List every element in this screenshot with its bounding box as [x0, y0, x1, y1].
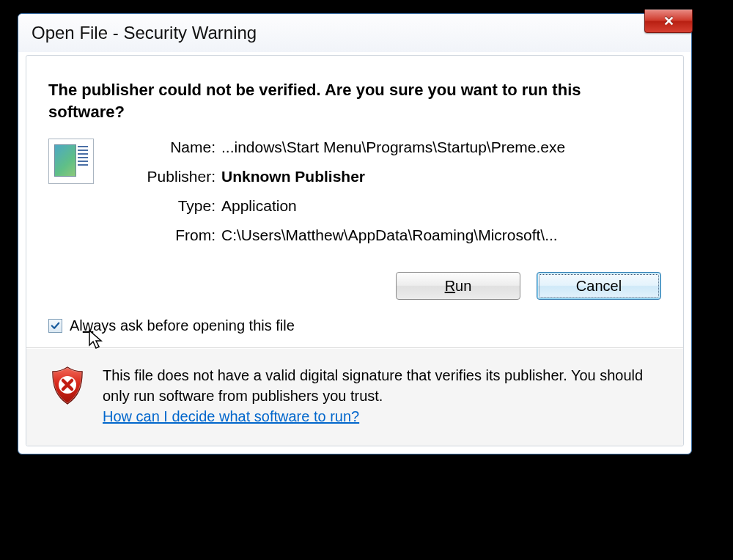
button-row: Run Cancel: [48, 272, 661, 300]
warning-heading: The publisher could not be verified. Are…: [48, 79, 661, 122]
shield-icon: [48, 365, 86, 406]
footer-area: This file does not have a valid digital …: [26, 349, 683, 446]
file-info: Name: ...indows\Start Menu\Programs\Star…: [48, 139, 661, 244]
window-title: Open File - Security Warning: [32, 23, 257, 43]
from-label: From:: [113, 226, 216, 244]
name-label: Name:: [113, 139, 216, 156]
dialog-content: The publisher could not be verified. Are…: [26, 55, 684, 446]
help-link[interactable]: How can I decide what software to run?: [103, 408, 359, 424]
cancel-button[interactable]: Cancel: [537, 272, 661, 300]
publisher-value: Unknown Publisher: [221, 168, 661, 185]
checkmark-icon: [50, 320, 61, 331]
name-value: ...indows\Start Menu\Programs\Startup\Pr…: [221, 139, 661, 156]
run-button[interactable]: Run: [396, 272, 520, 300]
footer-text: This file does not have a valid digital …: [103, 365, 661, 427]
type-label: Type:: [113, 197, 216, 215]
type-value: Application: [221, 197, 661, 215]
footer-message: This file does not have a valid digital …: [103, 367, 643, 404]
always-ask-label[interactable]: Always ask before opening this file: [70, 317, 295, 334]
file-icon: [48, 139, 94, 184]
from-value: C:\Users\Matthew\AppData\Roaming\Microso…: [221, 226, 661, 244]
always-ask-checkbox[interactable]: [48, 319, 62, 333]
always-ask-row: Always ask before opening this file: [26, 317, 683, 347]
publisher-label: Publisher:: [113, 168, 216, 185]
titlebar: Open File - Security Warning ✕: [18, 14, 691, 52]
main-area: The publisher could not be verified. Are…: [26, 56, 683, 317]
security-warning-dialog: Open File - Security Warning ✕ The publi…: [18, 13, 692, 454]
close-icon: ✕: [663, 13, 674, 29]
close-button[interactable]: ✕: [644, 10, 693, 33]
